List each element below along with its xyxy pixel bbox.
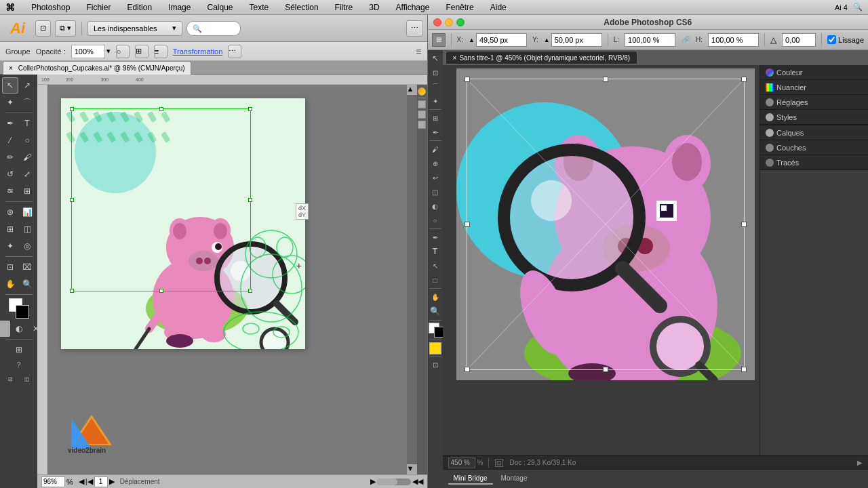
warp-tool[interactable]: ≋ [2,183,18,199]
ai-visibility-btn[interactable]: ○ [116,45,130,58]
ai-window-mode-btn[interactable]: ⊡ [35,20,51,37]
magic-wand-tool[interactable]: ✦ [2,94,18,110]
end-btn[interactable]: ◀◀ [412,477,423,486]
menu-photoshop[interactable]: Photoshop [28,1,73,14]
l-input[interactable] [625,33,675,47]
ps-max-btn[interactable] [456,18,465,26]
line-tool[interactable]: ∕ [2,132,18,148]
color-mode-btn[interactable] [0,321,10,337]
zoom-tool[interactable]: 🔍 [19,276,35,292]
ai-mini-control-3[interactable] [418,121,426,129]
opacite-input[interactable] [71,45,105,58]
ai-extra-btn[interactable]: ⋯ [406,20,423,37]
traces-panel-header[interactable]: Tracés [760,155,868,170]
ai-mini-color-1[interactable] [418,87,426,96]
menu-edition[interactable]: Edition [124,1,155,14]
screen-mode-btn[interactable]: ⊞ [11,342,27,358]
montage-tab[interactable]: Montage [496,473,533,485]
ps-path-select[interactable]: ↖ [429,259,442,272]
zoom-input[interactable] [41,476,65,487]
page-prev-btn[interactable]: ◀ [79,477,84,486]
gradient-mode-btn[interactable]: ◐ [11,321,27,337]
ps-hand-tool-2[interactable]: ✋ [429,290,442,304]
ps-gradient-tool[interactable]: ◐ [429,199,442,213]
menu-texte[interactable]: Texte [247,1,272,14]
ps-history-brush[interactable]: ↩ [429,171,442,184]
pen-tool[interactable]: ✒ [2,115,18,131]
ps-eraser-tool[interactable]: ◫ [429,185,442,199]
rotate-tool[interactable]: ↺ [2,166,18,182]
lasso-tool[interactable]: ⌒ [19,94,35,110]
ai-mini-control-2[interactable] [418,110,426,119]
menu-filtre[interactable]: Filtre [332,1,356,14]
play-btn[interactable]: ▶ [370,477,376,486]
ps-close-btn[interactable] [433,18,441,26]
lissage-checkbox[interactable] [827,35,836,44]
ai-arrange-control[interactable]: ⊞ [135,45,149,58]
scroll-down-btn[interactable]: ▼ [407,464,417,474]
ps-play-btn[interactable]: ▶ [857,459,863,466]
column-graph-tool[interactable]: 📊 [19,204,35,220]
page-next-btn[interactable]: ▶ [109,477,115,486]
brush-tool[interactable]: 🖌 [19,149,35,165]
help-btn[interactable]: ? [17,361,21,369]
ps-tab-close[interactable]: × [453,54,457,62]
ps-eyedropper-tool[interactable]: ✒ [429,125,442,139]
mini-bridge-tab[interactable]: Mini Bridge [448,473,493,485]
ai-right-scrollbar[interactable]: ▲ ▼ [407,85,417,474]
ps-image-canvas[interactable] [456,68,755,380]
scale-tool[interactable]: ⤢ [19,166,35,182]
page-input[interactable] [94,476,108,487]
hand-tool[interactable]: ✋ [2,276,18,292]
ps-zoom-input[interactable] [448,458,475,468]
ps-wand-tool[interactable]: ✦ [429,94,442,108]
color-guide-btn[interactable]: ◫ [19,371,35,387]
options-bar-menu[interactable]: ≡ [416,46,421,57]
selection-tool[interactable]: ↖ [2,77,18,94]
couches-panel-header[interactable]: Couches [760,140,868,155]
h-input[interactable] [708,33,759,47]
apple-menu[interactable]: ⌘ [5,2,15,13]
pencil-tool[interactable]: ✏ [2,149,18,165]
scroll-up-btn[interactable]: ▲ [407,85,417,95]
eyedropper-tool[interactable]: ✦ [2,238,18,254]
ps-clone-tool[interactable]: ⊕ [429,157,442,170]
slice-tool[interactable]: ⌧ [19,259,35,275]
ps-shape-tool[interactable]: □ [429,273,442,287]
x-input[interactable] [476,33,527,47]
calques-panel-header[interactable]: Calques [760,125,868,140]
reglages-panel-header[interactable]: Réglages [760,95,868,110]
menu-fichier[interactable]: Fichier [83,1,113,14]
ai-tab-close[interactable]: × [9,64,13,72]
ps-status-icon[interactable]: ⊡ [494,458,504,468]
ps-move-tool[interactable]: ↖ [429,52,442,65]
menu-aide[interactable]: Aide [488,1,509,14]
ai-mini-control-1[interactable] [418,100,426,108]
menu-affichage[interactable]: Affichage [393,1,433,14]
ps-text-tool[interactable]: T [429,245,442,258]
ellipse-tool[interactable]: ○ [19,132,35,148]
couleur-panel-header[interactable]: Couleur [760,65,868,80]
zoom-control[interactable]: % [41,476,73,487]
ai-canvas-area[interactable]: dXdY + video2brain [47,85,407,474]
menu-selection[interactable]: Sélection [282,1,321,14]
artboard-tool[interactable]: ⊡ [2,259,18,275]
stroke-swatch[interactable] [16,305,29,319]
menu-image[interactable]: Image [165,1,193,14]
lissage-label[interactable]: Lissage [827,35,864,44]
transform-label[interactable]: Transformation [173,47,223,56]
ps-zoom-tool-2[interactable]: 🔍 [429,304,442,318]
ps-min-btn[interactable] [445,18,453,26]
styles-panel-header[interactable]: Styles [760,110,868,125]
ps-yellow-swatch[interactable] [429,342,441,354]
gradient-tool[interactable]: ◫ [19,221,35,237]
ai-document-tab[interactable]: × CollerPhotoshop_Cupcakes.ai* @ 96% (CM… [3,61,191,75]
ps-document-tab[interactable]: × Sans titre-1 @ 450% (Objet dynamique v… [446,51,638,64]
nuancier-panel-header[interactable]: Nuancier [760,80,868,95]
ps-lasso-tool[interactable]: ⌒ [429,80,442,94]
ps-pen-tool[interactable]: ✒ [429,230,442,244]
direct-selection-tool[interactable]: ↗ [19,77,35,94]
page-first-btn[interactable]: |◀ [85,477,93,486]
ps-dodge-tool[interactable]: ○ [429,214,442,227]
page-nav[interactable]: ◀ |◀ ▶ [79,476,115,487]
